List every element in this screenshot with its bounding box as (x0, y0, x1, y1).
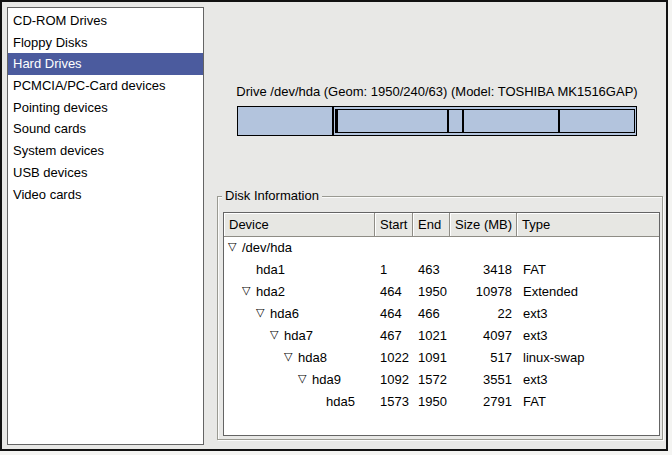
sidebar-item-pointing-devices[interactable]: Pointing devices (8, 97, 203, 119)
size-cell: 22 (450, 303, 517, 325)
table-row-dev-hda[interactable]: ▽/dev/hda (224, 237, 659, 259)
sidebar-item-video-cards[interactable]: Video cards (8, 184, 203, 206)
size-cell: 4097 (450, 325, 517, 347)
column-header-end[interactable]: End (413, 213, 450, 237)
disk-information-frame: Disk Information DeviceStartEndSize (MB)… (217, 196, 663, 440)
size-cell (450, 237, 517, 259)
device-label: hda6 (270, 303, 299, 325)
start-cell: 1 (375, 259, 413, 281)
device-label: hda7 (284, 325, 313, 347)
device-cell: ▽/dev/hda (224, 237, 375, 259)
type-cell: ext3 (517, 303, 659, 325)
device-cell: ▽hda9 (224, 369, 375, 391)
partition-segment-hda2 (333, 106, 637, 136)
size-cell: 517 (450, 347, 517, 369)
table-body: ▽/dev/hdahda114633418FAT▽hda246419501097… (224, 237, 659, 413)
disk-information-table: DeviceStartEndSize (MB)Type ▽/dev/hdahda… (223, 212, 660, 436)
disk-information-frame-label: Disk Information (222, 188, 322, 204)
sidebar-item-system-devices[interactable]: System devices (8, 140, 203, 162)
device-cell: ▽hda7 (224, 325, 375, 347)
expander-icon[interactable]: ▽ (228, 237, 242, 258)
hardware-browser-window: CD-ROM DrivesFloppy DisksHard DrivesPCMC… (0, 0, 668, 451)
device-cell: hda5 (224, 391, 375, 413)
column-header-device[interactable]: Device (224, 213, 375, 237)
start-cell: 1022 (375, 347, 413, 369)
type-cell: ext3 (517, 325, 659, 347)
end-cell: 463 (413, 259, 450, 281)
sidebar-item-sound-cards[interactable]: Sound cards (8, 118, 203, 140)
drive-geometry-label: Drive /dev/hda (Geom: 1950/240/63) (Mode… (235, 84, 639, 99)
table-row-hda5[interactable]: hda5157319502791FAT (224, 391, 659, 413)
device-cell: ▽hda6 (224, 303, 375, 325)
start-cell (375, 237, 413, 259)
partition-segment-hda8 (448, 109, 464, 133)
device-cell: ▽hda2 (224, 281, 375, 303)
expander-icon[interactable]: ▽ (298, 369, 312, 390)
column-header-type[interactable]: Type (517, 213, 659, 237)
start-cell: 1573 (375, 391, 413, 413)
expander-icon[interactable]: ▽ (284, 347, 298, 368)
partition-segment-hda5 (559, 109, 635, 133)
table-row-hda8[interactable]: ▽hda810221091517linux-swap (224, 347, 659, 369)
table-row-hda1[interactable]: hda114633418FAT (224, 259, 659, 281)
device-cell: hda1 (224, 259, 375, 281)
end-cell: 1021 (413, 325, 450, 347)
end-cell: 1091 (413, 347, 450, 369)
device-category-list: CD-ROM DrivesFloppy DisksHard DrivesPCMC… (7, 7, 204, 445)
size-cell: 2791 (450, 391, 517, 413)
partition-segment-hda1 (237, 106, 333, 136)
table-row-hda7[interactable]: ▽hda746710214097ext3 (224, 325, 659, 347)
size-cell: 10978 (450, 281, 517, 303)
end-cell: 1572 (413, 369, 450, 391)
type-cell: FAT (517, 391, 659, 413)
size-cell: 3551 (450, 369, 517, 391)
table-row-hda2[interactable]: ▽hda2464195010978Extended (224, 281, 659, 303)
start-cell: 1092 (375, 369, 413, 391)
end-cell: 1950 (413, 391, 450, 413)
device-label: /dev/hda (242, 237, 292, 259)
partition-segment-hda9 (463, 109, 559, 133)
table-row-hda6[interactable]: ▽hda646446622ext3 (224, 303, 659, 325)
sidebar-item-cd-rom-drives[interactable]: CD-ROM Drives (8, 10, 203, 32)
type-cell: FAT (517, 259, 659, 281)
sidebar-item-pcmcia-pc-card-devices[interactable]: PCMCIA/PC-Card devices (8, 75, 203, 97)
device-label: hda1 (256, 259, 285, 281)
partition-bar (237, 106, 637, 136)
start-cell: 464 (375, 303, 413, 325)
partition-segment-hda7 (337, 109, 447, 133)
device-label: hda2 (256, 281, 285, 303)
device-label: hda9 (312, 369, 341, 391)
table-header-row: DeviceStartEndSize (MB)Type (224, 213, 659, 237)
expander-icon[interactable]: ▽ (242, 281, 256, 302)
type-cell: linux-swap (517, 347, 659, 369)
hardware-browser-screen: { "colors": { "window_bg": "#e8e8e6", "s… (0, 0, 672, 455)
sidebar-item-floppy-disks[interactable]: Floppy Disks (8, 32, 203, 54)
end-cell: 466 (413, 303, 450, 325)
sidebar-item-usb-devices[interactable]: USB devices (8, 162, 203, 184)
device-label: hda8 (298, 347, 327, 369)
size-cell: 3418 (450, 259, 517, 281)
sidebar-item-hard-drives[interactable]: Hard Drives (8, 53, 203, 75)
table-row-hda9[interactable]: ▽hda9109215723551ext3 (224, 369, 659, 391)
end-cell: 1950 (413, 281, 450, 303)
type-cell: ext3 (517, 369, 659, 391)
device-label: hda5 (326, 391, 355, 413)
type-cell (517, 237, 659, 259)
start-cell: 467 (375, 325, 413, 347)
device-cell: ▽hda8 (224, 347, 375, 369)
column-header-start[interactable]: Start (375, 213, 413, 237)
expander-icon[interactable]: ▽ (256, 303, 270, 324)
end-cell (413, 237, 450, 259)
type-cell: Extended (517, 281, 659, 303)
expander-icon[interactable]: ▽ (270, 325, 284, 346)
column-header-size-mb[interactable]: Size (MB) (450, 213, 517, 237)
start-cell: 464 (375, 281, 413, 303)
